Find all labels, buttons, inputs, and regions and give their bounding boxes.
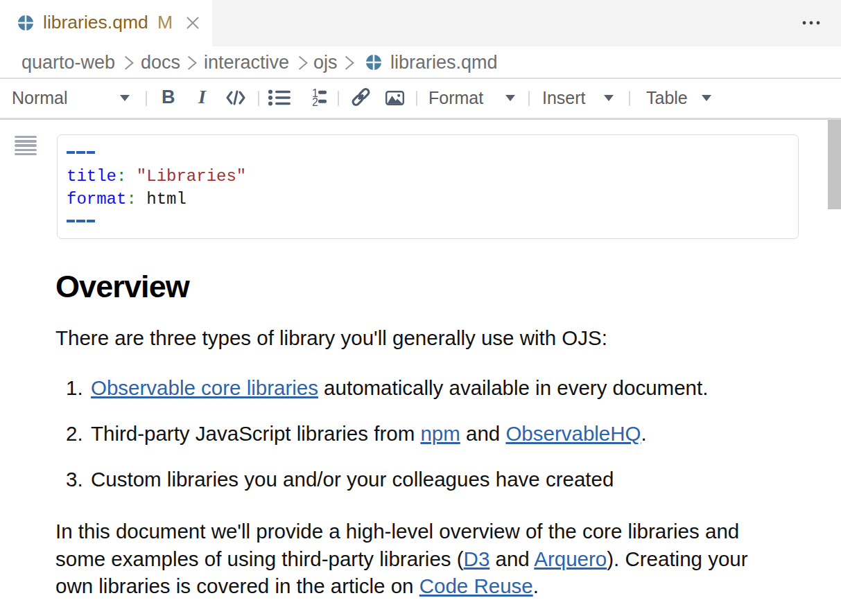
svg-text:2: 2 xyxy=(313,96,318,108)
